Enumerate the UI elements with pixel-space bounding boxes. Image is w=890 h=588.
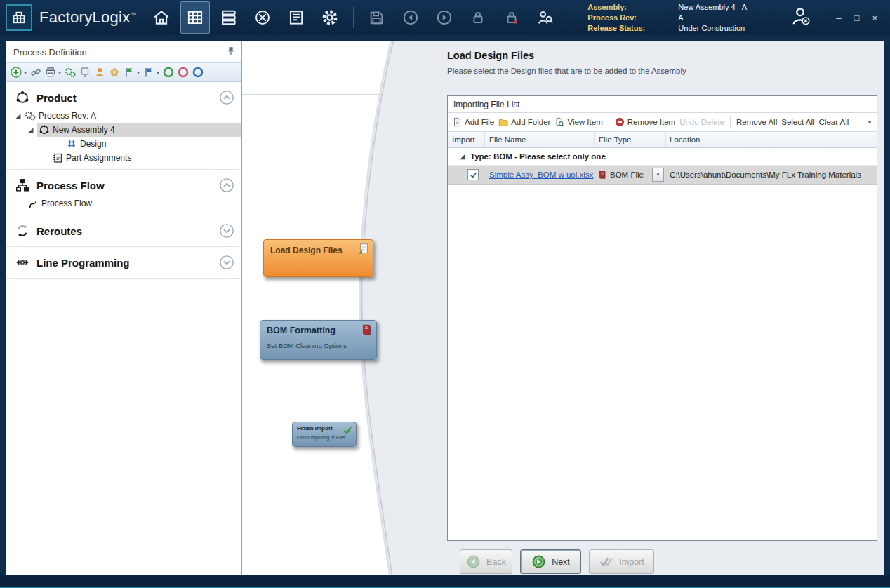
assembly-value: New Assembly 4 - A: [678, 2, 770, 12]
remove-item-button[interactable]: Remove Item: [615, 117, 675, 127]
design-icon: [66, 138, 77, 149]
home-button[interactable]: [147, 1, 176, 34]
flow-curve-decoration: [242, 41, 447, 577]
flag-blue-caret-icon[interactable]: ▾: [157, 69, 159, 76]
next-button[interactable]: Next: [520, 549, 581, 574]
expander-icon[interactable]: ◢: [15, 112, 22, 119]
status-red-icon[interactable]: [178, 67, 189, 78]
reports-button[interactable]: [281, 1, 311, 34]
collapse-product-button[interactable]: [219, 90, 234, 105]
wizard-step-load-design-files[interactable]: Load Design Files: [263, 239, 373, 277]
expand-reroutes-button[interactable]: [219, 223, 234, 239]
group-header-row[interactable]: ◢ Type: BOM - Please select only one: [448, 148, 877, 166]
file-type-value: BOM File: [610, 171, 644, 179]
section-divider: [6, 278, 241, 279]
expand-line-programming-button[interactable]: [219, 255, 234, 270]
import-button[interactable]: Import: [589, 549, 654, 574]
step-label: Load Design Files: [270, 246, 366, 255]
import-check-icon: [599, 554, 613, 569]
link-icon[interactable]: [30, 67, 41, 78]
pin-icon[interactable]: [226, 46, 236, 58]
location-cell: C:\Users\ahunt\Documents\My FLx Training…: [666, 166, 877, 184]
column-file-type[interactable]: File Type: [595, 132, 666, 147]
close-button[interactable]: ×: [872, 13, 877, 23]
tree-item-design[interactable]: Design: [6, 137, 241, 151]
add-folder-button[interactable]: Add Folder: [498, 117, 550, 127]
select-all-button[interactable]: Select All: [781, 118, 814, 126]
toolbar-overflow-icon[interactable]: ▾: [868, 119, 872, 126]
file-list-toolbar: Add File Add Folder View Item Remove Ite…: [448, 113, 877, 132]
reroutes-icon: [15, 223, 30, 239]
tree-item-process-flow[interactable]: Process Flow: [6, 196, 241, 211]
column-location[interactable]: Location: [666, 132, 877, 147]
selected-tree-item[interactable]: New Assembly 4: [37, 123, 241, 137]
status-green-icon[interactable]: [163, 67, 174, 78]
wizard-step-bom-formatting[interactable]: BOM Formatting Set BOM Cleaning Options: [260, 320, 377, 360]
tree-item-assembly[interactable]: ◢ New Assembly 4: [6, 123, 241, 137]
process-definition-panel: Process Definition ▾ ▾: [6, 41, 242, 577]
expander-icon[interactable]: ◢: [27, 126, 34, 133]
column-file-name[interactable]: File Name: [485, 132, 595, 147]
materials-button[interactable]: [214, 1, 244, 34]
print-caret-icon[interactable]: ▾: [58, 69, 61, 76]
maximize-button[interactable]: □: [854, 13, 860, 23]
section-divider: [6, 246, 241, 247]
file-name-link[interactable]: Simple Assy_BOM w uoi.xlsx: [485, 171, 593, 179]
certificate-icon[interactable]: [79, 67, 91, 78]
print-button[interactable]: [45, 67, 56, 78]
section-product[interactable]: Product: [6, 86, 241, 109]
file-type-dropdown-icon[interactable]: ▾: [652, 168, 664, 182]
back-nav-button[interactable]: [396, 1, 425, 34]
assembly-info: Assembly: New Assembly 4 - A Process Rev…: [587, 2, 770, 33]
view-item-button[interactable]: View Item: [554, 117, 602, 127]
flag-green-caret-icon[interactable]: ▾: [137, 69, 140, 76]
favorites-icon[interactable]: [109, 67, 120, 78]
collapse-process-flow-button[interactable]: [219, 178, 234, 193]
add-file-button[interactable]: Add File: [452, 117, 494, 127]
user-orange-icon[interactable]: [94, 67, 105, 78]
settings-button[interactable]: [315, 1, 345, 34]
file-row[interactable]: Simple Assy_BOM w uoi.xlsx BOM File ▾ C:…: [448, 166, 877, 185]
group-expander-icon[interactable]: ◢: [459, 153, 466, 160]
toolbar-separator: [353, 7, 354, 28]
tree-item-process-rev[interactable]: ◢ Process Rev: A: [6, 109, 241, 123]
save-button[interactable]: [362, 1, 392, 34]
sidebar-header: Process Definition: [6, 41, 241, 62]
file-type-cell: BOM File ▾: [595, 166, 666, 184]
unlock-button[interactable]: [497, 1, 526, 34]
process-gears-icon[interactable]: [65, 67, 76, 78]
product-icon: [15, 90, 30, 105]
flag-blue-button[interactable]: [143, 67, 154, 78]
line-programming-icon: [15, 255, 30, 270]
process-definition-button[interactable]: [180, 1, 210, 34]
part-assignments-icon: [52, 152, 63, 163]
status-blue-icon[interactable]: [192, 67, 204, 78]
forward-nav-button[interactable]: [430, 1, 459, 34]
find-user-button[interactable]: [531, 1, 560, 34]
assembly-icon: [39, 124, 50, 135]
undo-delete-button[interactable]: Undo Delete: [679, 118, 724, 126]
process-flow-icon: [15, 178, 30, 193]
window-controls: – □ ×: [836, 13, 877, 23]
bom-book-icon: [360, 323, 373, 339]
dispatch-button[interactable]: [248, 1, 277, 34]
wizard-step-finish-import[interactable]: Finish Import Finish Importing of Files: [292, 422, 357, 447]
add-item-button[interactable]: [11, 67, 22, 78]
column-import[interactable]: Import: [448, 132, 485, 147]
clear-all-button[interactable]: Clear All: [819, 118, 849, 126]
step-description: Set BOM Cleaning Options: [267, 342, 370, 349]
section-process-flow[interactable]: Process Flow: [6, 174, 241, 196]
back-button[interactable]: Back: [460, 549, 512, 574]
minimize-button[interactable]: –: [836, 13, 841, 23]
section-reroutes[interactable]: Reroutes: [6, 220, 241, 242]
section-reroutes-label: Reroutes: [36, 225, 213, 237]
remove-all-button[interactable]: Remove All: [736, 118, 777, 126]
flag-green-button[interactable]: [124, 67, 135, 78]
tree-item-part-assignments[interactable]: Part Assignments: [6, 151, 241, 165]
lock-button[interactable]: [463, 1, 493, 34]
add-item-caret-icon[interactable]: ▾: [24, 69, 27, 76]
import-checkbox[interactable]: [467, 169, 479, 180]
section-line-programming[interactable]: Line Programming: [6, 251, 241, 274]
file-type-combobox[interactable]: BOM File ▾: [595, 166, 666, 184]
user-session-icon[interactable]: [788, 4, 812, 31]
